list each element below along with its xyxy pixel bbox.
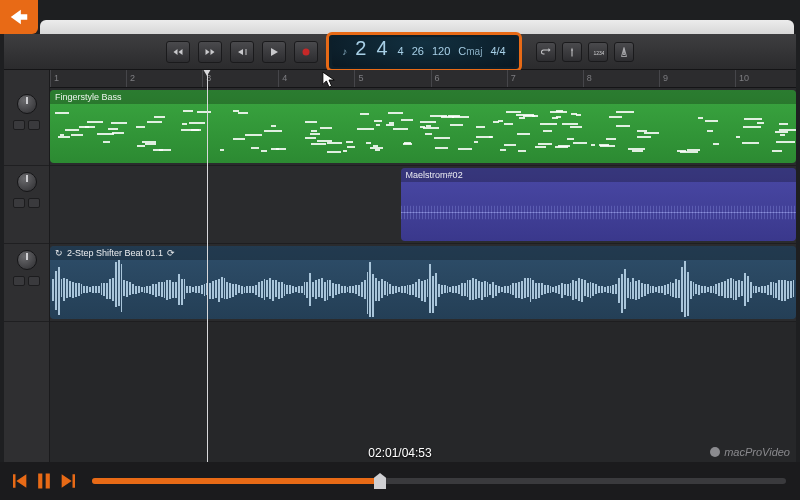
lcd-sig-den: 4 [500, 45, 506, 57]
ruler-tick: 7 [507, 70, 516, 87]
video-prev-button[interactable] [8, 468, 28, 494]
region[interactable]: ↻2-Step Shifter Beat 01.1 ⟳ [50, 246, 796, 319]
lcd-beats: 4 [376, 37, 389, 60]
lcd-mode-icon: ♪ [342, 46, 347, 57]
workspace: 12345678910 Fingerstyle BassMaelstrom#02… [4, 70, 796, 462]
video-pause-button[interactable] [34, 468, 54, 494]
brand-watermark: macProVideo [710, 446, 790, 458]
tuner-button[interactable] [562, 42, 582, 62]
track-header[interactable] [4, 244, 49, 322]
mute-button[interactable] [13, 276, 25, 286]
pan-knob[interactable] [17, 94, 37, 114]
cycle-button[interactable] [536, 42, 556, 62]
stop-button[interactable] [230, 41, 254, 63]
timeline[interactable]: 12345678910 Fingerstyle BassMaelstrom#02… [50, 70, 796, 462]
region-body [50, 104, 796, 163]
transport-controls: ♪ 2 4 4 26 120 Cmaj 4/4 1234 [166, 32, 633, 72]
video-progress-fill [92, 478, 380, 484]
track-headers [4, 70, 50, 462]
metronome-button[interactable] [614, 42, 634, 62]
ruler-tick: 5 [354, 70, 363, 87]
svg-point-0 [303, 48, 310, 55]
mute-button[interactable] [13, 120, 25, 130]
solo-button[interactable] [28, 276, 40, 286]
region-body [50, 260, 796, 319]
ruler-tick: 2 [126, 70, 135, 87]
ruler-tick: 10 [735, 70, 749, 87]
ruler-tick: 4 [278, 70, 287, 87]
ruler-tick: 9 [659, 70, 668, 87]
track-header[interactable] [4, 88, 49, 166]
track-row[interactable]: Maelstrom#02 [50, 166, 796, 244]
track-row[interactable]: ↻2-Step Shifter Beat 01.1 ⟳ [50, 244, 796, 322]
video-progress-thumb[interactable] [374, 473, 386, 489]
toolbar: ♪ 2 4 4 26 120 Cmaj 4/4 1234 [4, 34, 796, 70]
mute-button[interactable] [13, 198, 25, 208]
play-button[interactable] [262, 41, 286, 63]
video-progress[interactable] [92, 478, 786, 484]
loop-indicator-icon: ⟳ [167, 248, 175, 258]
lcd-tempo: 120 [432, 45, 450, 57]
count-in-button[interactable]: 1234 [588, 42, 608, 62]
track-row[interactable]: Fingerstyle Bass [50, 88, 796, 166]
ruler-tick: 1 [50, 70, 59, 87]
lcd-sig-num: 4 [490, 45, 496, 57]
brand-logo-icon [710, 447, 720, 457]
pan-knob[interactable] [17, 172, 37, 192]
track-header[interactable] [4, 166, 49, 244]
ruler[interactable]: 12345678910 [50, 70, 796, 88]
region-name: Fingerstyle Bass [55, 92, 122, 102]
video-player-bar [0, 462, 800, 500]
lcd-bars: 2 [355, 37, 368, 60]
ruler-tick: 6 [431, 70, 440, 87]
video-next-button[interactable] [60, 468, 80, 494]
region-header: Fingerstyle Bass [50, 90, 796, 104]
pan-knob[interactable] [17, 250, 37, 270]
rewind-button[interactable] [166, 41, 190, 63]
region-name: 2-Step Shifter Beat 01.1 [67, 248, 163, 258]
lcd-display-highlight: ♪ 2 4 4 26 120 Cmaj 4/4 [326, 32, 521, 72]
solo-button[interactable] [28, 120, 40, 130]
record-button[interactable] [294, 41, 318, 63]
video-timecode: 02:01/04:53 [368, 446, 431, 460]
lcd-division: 4 [398, 45, 404, 57]
region[interactable]: Fingerstyle Bass [50, 90, 796, 163]
loop-icon: ↻ [55, 248, 63, 258]
back-button[interactable] [0, 0, 38, 34]
playhead[interactable] [207, 70, 208, 462]
region-header: ↻2-Step Shifter Beat 01.1 ⟳ [50, 246, 796, 260]
lcd-display[interactable]: ♪ 2 4 4 26 120 Cmaj 4/4 [332, 37, 515, 67]
fast-forward-button[interactable] [198, 41, 222, 63]
solo-button[interactable] [28, 198, 40, 208]
ruler-tick: 8 [583, 70, 592, 87]
daw-window: ♪ 2 4 4 26 120 Cmaj 4/4 1234 [4, 34, 796, 462]
region-header: Maelstrom#02 [401, 168, 796, 182]
region-name: Maelstrom#02 [406, 170, 463, 180]
region-body [401, 182, 796, 241]
svg-text:1234: 1234 [593, 49, 604, 55]
region[interactable]: Maelstrom#02 [401, 168, 796, 241]
lcd-ticks: 26 [412, 45, 424, 57]
lcd-key-mode: maj [466, 46, 482, 57]
